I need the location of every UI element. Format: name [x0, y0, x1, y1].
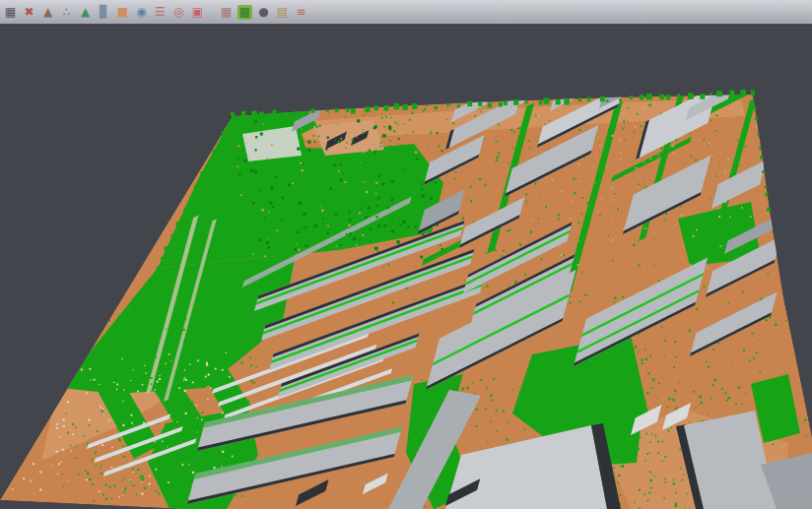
target-select-icon[interactable]: ◎: [171, 5, 186, 20]
point-cloud-scene[interactable]: [0, 26, 812, 509]
app-window: ▦✖▲∴▲▊■◉☰◎▣▦▩●▤≡: [0, 0, 812, 509]
attribute-list-icon[interactable]: ☰: [153, 5, 168, 20]
terrain-layers: [0, 86, 812, 509]
textured-terrain-icon[interactable]: ▲: [78, 5, 93, 20]
tiles-grid-icon[interactable]: ▦: [219, 5, 234, 20]
layer-stack-icon[interactable]: ≡: [294, 5, 308, 20]
cut-tool-icon[interactable]: ✖: [22, 5, 36, 20]
globe-view-icon[interactable]: ◉: [134, 5, 149, 20]
point-cloud-icon[interactable]: ∴: [59, 5, 74, 20]
open-project-icon[interactable]: ▦: [3, 5, 18, 20]
edit-annotations-icon[interactable]: ▤: [275, 5, 290, 20]
sphere-render-icon[interactable]: ●: [256, 5, 271, 20]
dsm-terrain-icon[interactable]: ▲: [40, 5, 55, 20]
main-toolbar: ▦✖▲∴▲▊■◉☰◎▣▦▩●▤≡: [0, 0, 812, 25]
viewport-3d[interactable]: [0, 25, 812, 509]
zoom-extent-icon[interactable]: ▣: [190, 5, 205, 20]
orthophoto-icon[interactable]: ■: [115, 5, 130, 20]
clearing-tan: [313, 120, 384, 156]
side-panel-icon[interactable]: ▊: [97, 5, 111, 20]
classification-map-icon[interactable]: ▩: [237, 5, 252, 20]
